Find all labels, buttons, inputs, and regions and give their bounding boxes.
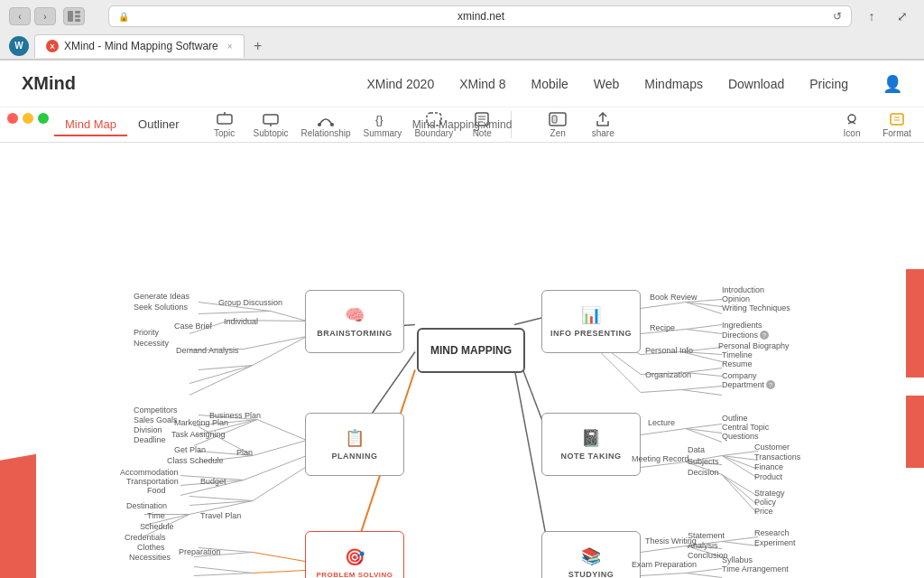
svg-text:{}: {} xyxy=(375,113,383,126)
reload-button[interactable]: ↺ xyxy=(833,10,842,23)
nav-link-mindmaps[interactable]: Mindmaps xyxy=(644,77,703,91)
fullscreen-button[interactable]: ⤢ xyxy=(890,6,915,26)
tool-relationship-label: Relationship xyxy=(301,128,351,138)
leaf-competitors: Competitors xyxy=(134,406,178,415)
svg-line-31 xyxy=(199,312,271,314)
add-tab-button[interactable]: + xyxy=(248,36,268,56)
problem-solving-node[interactable]: 🎯 PROBLEM SOLVING xyxy=(305,531,404,578)
tool-relationship[interactable]: Relationship xyxy=(301,112,351,138)
leaf-accommodation: Accommodation xyxy=(120,468,179,477)
svg-line-52 xyxy=(253,467,307,501)
nav-links: XMind 2020 XMind 8 Mobile Web Mindmaps D… xyxy=(366,74,902,94)
leaf-destination: Destination xyxy=(126,501,167,510)
svg-line-64 xyxy=(194,573,253,576)
tool-subtopic[interactable]: Subtopic xyxy=(254,112,289,138)
mindmap-canvas[interactable]: MIND MAPPING 🧠 BRAINSTORMING 📋 PLANNING … xyxy=(0,143,924,578)
svg-line-114 xyxy=(686,573,722,578)
share-button[interactable]: ↑ xyxy=(859,6,884,26)
address-bar[interactable]: 🔒 xmind.net ↺ xyxy=(108,5,852,27)
svg-rect-6 xyxy=(263,115,278,124)
leaf-recipe: Recipe xyxy=(650,323,675,332)
tool-share[interactable]: share xyxy=(587,112,619,138)
toolbar-filename: Mind Mapping.xmind xyxy=(412,118,513,131)
nav-link-download[interactable]: Download xyxy=(728,77,784,91)
toolbar-wrap: Mind Map Outliner Mind Mapping.xmind Top… xyxy=(0,107,924,143)
studying-node[interactable]: 📚 STUDYING xyxy=(541,531,641,578)
nav-link-mobile[interactable]: Mobile xyxy=(531,77,568,91)
leaf-budget: Budget xyxy=(200,477,226,486)
nav-link-xmind8[interactable]: XMind 8 xyxy=(459,77,505,91)
browser-titlebar: ‹ › 🔒 xmind.net ↺ ↑ ⤢ xyxy=(0,0,924,33)
svg-line-103 xyxy=(722,475,758,515)
window-controls xyxy=(7,113,49,124)
leaf-lecture: Lecture xyxy=(648,418,675,427)
leaf-decision: Decision xyxy=(688,468,719,477)
svg-line-109 xyxy=(722,537,758,542)
leaf-division: Division xyxy=(134,425,162,434)
tool-zen[interactable]: Zen xyxy=(541,112,574,138)
svg-rect-4 xyxy=(217,115,232,124)
leaf-deadline: Deadline xyxy=(134,435,166,444)
forward-button[interactable]: › xyxy=(34,7,56,25)
toolbar-tabs: Mind Map Outliner xyxy=(54,114,190,136)
svg-line-73 xyxy=(686,330,722,334)
leaf-introduction: Introduction xyxy=(722,285,764,294)
lock-icon: 🔒 xyxy=(118,12,129,22)
sidebar-toggle-button[interactable] xyxy=(63,7,85,25)
nav-link-xmind2020[interactable]: XMind 2020 xyxy=(366,77,434,91)
user-icon[interactable]: 👤 xyxy=(882,74,902,94)
svg-line-53 xyxy=(189,497,253,501)
back-button[interactable]: ‹ xyxy=(9,7,31,25)
leaf-outline: Outline xyxy=(722,414,748,423)
svg-line-85 xyxy=(681,387,722,390)
note-taking-node[interactable]: 📓 NOTE TAKING xyxy=(541,413,641,476)
brainstorming-node[interactable]: 🧠 BRAINSTORMING xyxy=(305,290,404,353)
browser-nav-buttons: ‹ › xyxy=(9,7,56,25)
tool-topic[interactable]: Topic xyxy=(208,112,241,138)
svg-line-35 xyxy=(253,337,307,366)
tool-format[interactable]: Format xyxy=(881,112,913,138)
svg-rect-0 xyxy=(68,11,73,22)
note-taking-icon: 📓 xyxy=(581,428,601,448)
nav-link-web[interactable]: Web xyxy=(594,77,620,91)
svg-point-18 xyxy=(848,115,855,122)
tool-icon-label: Icon xyxy=(844,128,861,138)
browser-tabbar: W X XMind - Mind Mapping Software × + xyxy=(0,33,924,60)
leaf-analysis: Analysis xyxy=(688,541,718,550)
minimize-window-button[interactable] xyxy=(23,113,33,124)
nav-link-pricing[interactable]: Pricing xyxy=(809,77,848,91)
leaf-transactions: Transactions xyxy=(754,452,800,461)
leaf-department: Department ? xyxy=(722,380,775,389)
svg-line-28 xyxy=(271,312,307,322)
svg-line-97 xyxy=(722,452,758,456)
close-window-button[interactable] xyxy=(7,113,18,124)
planning-node[interactable]: 📋 PLANNING xyxy=(305,413,404,476)
leaf-data: Data xyxy=(688,445,705,454)
planning-icon: 📋 xyxy=(345,428,365,448)
tab-outliner[interactable]: Outliner xyxy=(127,114,190,136)
leaf-price: Price xyxy=(754,507,773,516)
tool-summary[interactable]: {} Summary xyxy=(364,112,402,138)
svg-line-101 xyxy=(722,475,758,497)
leaf-syllabus: Syllabus xyxy=(722,555,753,564)
tab-mindmap[interactable]: Mind Map xyxy=(54,114,127,136)
address-text: xmind.net xyxy=(134,10,827,23)
app-window: XMind XMind 2020 XMind 8 Mobile Web Mind… xyxy=(0,61,924,578)
app-logo: XMind xyxy=(22,73,76,94)
maximize-window-button[interactable] xyxy=(38,113,49,124)
center-node[interactable]: MIND MAPPING xyxy=(417,328,525,373)
tool-icon[interactable]: Icon xyxy=(836,112,868,138)
leaf-timeline: Timeline xyxy=(722,350,753,359)
problem-solving-label: PROBLEM SOLVING xyxy=(316,571,393,579)
info-presenting-node[interactable]: 📊 INFO PRESENTING xyxy=(541,290,641,353)
note-taking-label: NOTE TAKING xyxy=(561,452,622,461)
svg-line-48 xyxy=(244,456,307,480)
browser-chrome: ‹ › 🔒 xmind.net ↺ ↑ ⤢ W X XMind - Mind M… xyxy=(0,0,924,61)
tool-topic-label: Topic xyxy=(214,128,235,138)
tab-close-button[interactable]: × xyxy=(227,42,233,51)
browser-tab[interactable]: X XMind - Mind Mapping Software × xyxy=(34,34,245,58)
brainstorming-label: BRAINSTORMING xyxy=(317,329,392,338)
svg-rect-1 xyxy=(75,11,80,14)
leaf-product: Product xyxy=(754,472,782,481)
leaf-get-plan: Get Plan xyxy=(174,445,206,454)
